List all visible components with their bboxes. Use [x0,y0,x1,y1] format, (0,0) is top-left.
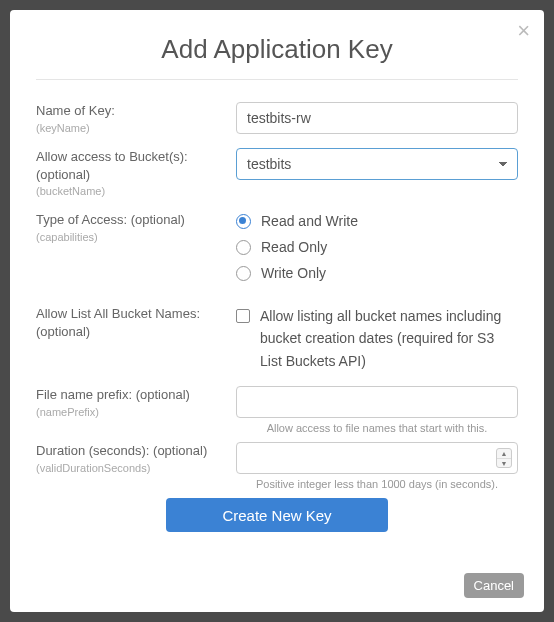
access-radio-rw-input[interactable] [236,214,251,229]
chevron-down-icon[interactable]: ▼ [497,459,511,468]
access-radio-wo[interactable]: Write Only [236,265,518,281]
duration-api: (validDurationSeconds) [36,462,226,474]
prefix-api: (namePrefix) [36,406,226,418]
bucket-select[interactable]: testbits [236,148,518,180]
duration-label: Duration (seconds): (optional) [36,442,226,460]
access-radio-ro-input[interactable] [236,240,251,255]
close-icon[interactable]: × [517,20,530,42]
divider [36,79,518,80]
name-api: (keyName) [36,122,226,134]
access-radio-ro[interactable]: Read Only [236,239,518,255]
access-radio-ro-label: Read Only [261,239,327,255]
access-radio-wo-label: Write Only [261,265,326,281]
prefix-hint: Allow access to file names that start wi… [236,422,518,434]
list-checkbox-row[interactable]: Allow listing all bucket names including… [236,305,518,372]
list-label: Allow List All Bucket Names: (optional) [36,305,226,340]
name-input[interactable] [236,102,518,134]
chevron-up-icon[interactable]: ▲ [497,449,511,459]
prefix-label: File name prefix: (optional) [36,386,226,404]
list-checkbox[interactable] [236,309,250,323]
add-application-key-modal: × Add Application Key Name of Key: (keyN… [10,10,544,612]
duration-stepper[interactable]: ▲ ▼ [496,448,512,468]
modal-title: Add Application Key [36,34,518,65]
duration-hint: Positive integer less than 1000 days (in… [236,478,518,490]
cancel-button[interactable]: Cancel [464,573,524,598]
bucket-label: Allow access to Bucket(s): (optional) [36,148,226,183]
access-radio-rw-label: Read and Write [261,213,358,229]
list-checkbox-label: Allow listing all bucket names including… [260,305,518,372]
duration-input[interactable] [236,442,518,474]
access-api: (capabilities) [36,231,226,243]
bucket-api: (bucketName) [36,185,226,197]
prefix-input[interactable] [236,386,518,418]
access-radio-rw[interactable]: Read and Write [236,213,518,229]
create-new-key-button[interactable]: Create New Key [166,498,388,532]
access-radio-wo-input[interactable] [236,266,251,281]
access-label: Type of Access: (optional) [36,211,226,229]
name-label: Name of Key: [36,102,226,120]
